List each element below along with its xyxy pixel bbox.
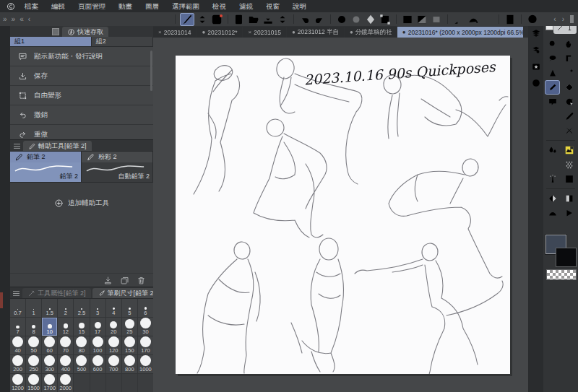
import-sub-tool-button[interactable]	[103, 276, 113, 285]
figure-tool[interactable]	[561, 206, 577, 220]
menu-item[interactable]: 說明	[286, 2, 313, 10]
brush-size-150[interactable]: 150	[122, 336, 137, 354]
brush-size-200[interactable]: 200	[10, 355, 25, 373]
document-tab[interactable]: ●20231016* (2000 x 2000px 1200dpi 66.5%)	[397, 27, 523, 38]
menu-item[interactable]: 選擇範圍	[165, 2, 206, 10]
tab-brush-size[interactable]: 筆刷尺寸[鉛筆 2]	[92, 288, 161, 298]
processing-indicator[interactable]	[335, 14, 348, 25]
brush-size-5[interactable]: 5	[122, 299, 137, 317]
brush-size-50[interactable]: 50	[26, 336, 41, 354]
snap-special-ruler-button[interactable]	[467, 14, 480, 25]
brush-size-17[interactable]: 17	[90, 318, 105, 336]
paint-mode-button[interactable]	[180, 13, 194, 26]
brush-item[interactable]: 自動鉛筆 2	[82, 162, 153, 183]
brush-size-800[interactable]: 800	[122, 355, 137, 373]
quick-access-item[interactable]: 顯示新功能・發行說明	[10, 47, 153, 66]
brush-size-60[interactable]: 60	[42, 336, 57, 354]
selection-lasso-tool[interactable]	[545, 51, 560, 66]
brush-size-4[interactable]: 4	[106, 299, 121, 317]
brush-size-2-5[interactable]: 2.5	[74, 299, 89, 317]
quick-access-scrollbar[interactable]	[150, 51, 152, 91]
brush-size-80[interactable]: 80	[74, 336, 89, 354]
dock-chevrons[interactable]: »»«‹	[0, 15, 46, 23]
brush-size-10[interactable]: 10	[42, 318, 57, 336]
main-menu-button[interactable]	[158, 14, 171, 25]
material-palette-icon[interactable]	[530, 60, 542, 72]
quick-access-group-tab[interactable]: 組2	[92, 37, 153, 46]
save-button[interactable]	[262, 14, 275, 25]
toolbar-scroll-chevron[interactable]: ›	[562, 15, 564, 23]
brush-size-1-5[interactable]: 1.5	[42, 299, 57, 317]
decoration-tool[interactable]	[561, 143, 577, 157]
frame-border-tool[interactable]	[561, 172, 577, 186]
menu-item[interactable]: 編輯	[45, 2, 72, 10]
menu-item[interactable]: 圖層	[139, 2, 165, 10]
operate-tool[interactable]	[561, 95, 577, 109]
workspace-switch-button[interactable]	[196, 14, 209, 25]
tab-tool-property[interactable]: 工具屬性[鉛筆 2]	[22, 288, 91, 298]
menu-item[interactable]: 視窗	[259, 2, 286, 10]
tab-sub-tool[interactable]: 輔助工具[鉛筆 2]	[23, 141, 92, 151]
undo-button[interactable]	[298, 14, 311, 25]
help-button[interactable]	[526, 14, 539, 25]
document-tab[interactable]: ●20231012*	[197, 27, 243, 38]
sub-color-swatch[interactable]	[556, 248, 577, 267]
blend-tool[interactable]	[545, 143, 560, 157]
document-tab[interactable]: ×20231014	[153, 27, 197, 38]
brush-size-3[interactable]: 3	[90, 299, 105, 317]
quick-access-group-tab[interactable]: 組1	[10, 37, 92, 46]
document-tab[interactable]: ×20231015	[243, 27, 286, 38]
brush-size-40[interactable]: 40	[10, 336, 25, 354]
clip-studio-button[interactable]	[210, 14, 223, 25]
zoom-tool[interactable]	[545, 37, 560, 51]
quick-access-item[interactable]: 撤銷	[10, 105, 153, 125]
command-bar-scroll[interactable]: ‹›	[553, 15, 578, 23]
brush-size-30[interactable]: 30	[138, 318, 153, 336]
brush-size-250[interactable]: 250	[26, 355, 41, 373]
layer-selection-tool[interactable]	[561, 51, 577, 66]
quick-access-item[interactable]: 重做	[10, 125, 153, 139]
brush-size-1000[interactable]: 1000	[138, 355, 153, 373]
mask-area-button[interactable]	[430, 14, 443, 25]
tab-quick-access[interactable]: 快速存取	[62, 27, 108, 37]
transparent-color-swatch[interactable]	[546, 269, 577, 280]
selection-mask-button[interactable]	[401, 14, 414, 25]
hand-tool[interactable]	[561, 37, 577, 51]
brush-size-170[interactable]: 170	[138, 336, 153, 354]
panel-menu-icon[interactable]	[12, 289, 21, 298]
menu-item[interactable]: 頁面管理	[72, 2, 112, 10]
curve-tool[interactable]	[545, 206, 560, 220]
redo-button[interactable]	[313, 14, 326, 25]
close-icon[interactable]: ×	[248, 29, 251, 35]
fill-button[interactable]	[364, 14, 377, 25]
open-file-button[interactable]	[247, 14, 260, 25]
layer-search-palette-icon[interactable]	[530, 43, 542, 56]
brush-size-300[interactable]: 300	[42, 355, 57, 373]
add-sub-tool-button[interactable]: 追加輔助工具	[10, 199, 153, 208]
brush-size-12[interactable]: 12	[58, 318, 73, 336]
brush-size-2[interactable]: 2	[58, 299, 73, 317]
layer-palette-icon[interactable]	[530, 27, 542, 39]
brush-size-500[interactable]: 500	[74, 355, 89, 373]
brush-size-700[interactable]: 700	[106, 355, 121, 373]
brush-size-25[interactable]: 25	[122, 318, 137, 336]
gradient-fill-tool[interactable]	[561, 191, 577, 206]
deselect-button[interactable]	[350, 14, 363, 25]
brush-size-0-7[interactable]: 0.7	[10, 299, 25, 317]
dock-chevron-icon[interactable]: ‹	[28, 15, 30, 23]
duplicate-sub-tool-button[interactable]	[120, 276, 129, 285]
panel-collapse-chip[interactable]	[52, 28, 59, 35]
move-tool[interactable]	[545, 109, 560, 123]
document-tab[interactable]: ●20231012 半自	[287, 27, 344, 38]
information-palette-icon[interactable]	[530, 77, 542, 89]
brush-size-1700[interactable]: 1700	[42, 374, 57, 392]
sub-tool-group-tab[interactable]: 粉彩 2	[82, 152, 153, 162]
brush-size-1200[interactable]: 1200	[10, 374, 25, 392]
brush-item[interactable]: 鉛筆 2	[10, 162, 82, 183]
snap-grid-button[interactable]	[481, 14, 494, 25]
sub-tool-group-tab[interactable]: 鉛筆 2	[10, 152, 82, 162]
airbrush-tool[interactable]	[545, 172, 560, 186]
menu-item[interactable]: 動畫	[112, 2, 139, 10]
save-options-button[interactable]	[276, 14, 289, 25]
brush-size-15[interactable]: 15	[74, 318, 89, 336]
